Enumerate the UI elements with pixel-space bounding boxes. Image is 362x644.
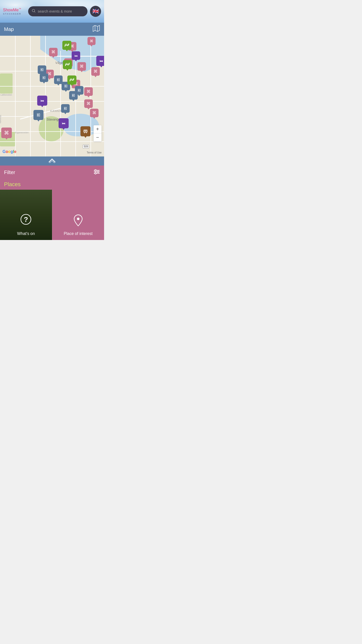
map-pin-event[interactable] xyxy=(62,41,71,50)
svg-point-47 xyxy=(84,133,85,133)
svg-point-54 xyxy=(95,170,96,171)
map-header-bar: Map xyxy=(0,23,104,36)
svg-point-48 xyxy=(86,133,87,133)
map-pin-hotel[interactable]: 🛏 xyxy=(37,96,47,106)
places-header: Places xyxy=(0,179,104,190)
place-of-interest-icon xyxy=(73,214,83,230)
google-logo: Google xyxy=(3,149,16,154)
logo-show: Show xyxy=(3,8,13,12)
map-pin-restaurant[interactable] xyxy=(38,65,46,74)
road-number-badge: 509 xyxy=(83,145,89,148)
map-label-kannik: KANNIK xyxy=(50,109,62,112)
logo-me: Me xyxy=(13,8,19,12)
bottom-tab-cards: ? What's on Place of interest xyxy=(0,190,104,240)
places-title: Places xyxy=(4,181,21,187)
filter-bar[interactable]: Filter xyxy=(0,166,104,179)
map-expand-icon[interactable] xyxy=(93,25,100,33)
map-road xyxy=(0,86,104,87)
map-road xyxy=(0,116,29,117)
svg-rect-46 xyxy=(86,130,87,131)
svg-line-1 xyxy=(34,12,35,13)
chevron-up-icon xyxy=(48,158,56,164)
map-pin-attraction[interactable]: ⌘ xyxy=(84,99,93,108)
map-section-title: Map xyxy=(4,26,14,32)
svg-point-55 xyxy=(97,171,99,173)
map-pin-attraction[interactable]: ⌘ xyxy=(87,37,96,45)
flag-icon: 🇬🇧 xyxy=(92,8,99,15)
place-of-interest-card[interactable]: Place of interest xyxy=(52,190,104,240)
map-road xyxy=(75,56,76,156)
language-button[interactable]: 🇬🇧 xyxy=(90,6,101,17)
zoom-controls: + − xyxy=(94,125,102,141)
zoom-in-button[interactable]: + xyxy=(94,125,102,133)
filter-settings-icon[interactable] xyxy=(94,169,100,176)
svg-text:?: ? xyxy=(24,216,28,223)
search-placeholder: search events & more xyxy=(38,9,72,13)
svg-point-56 xyxy=(95,173,96,174)
map-pin-attraction[interactable]: ⌘ xyxy=(84,87,93,96)
map-road xyxy=(15,36,16,156)
whats-on-card[interactable]: ? What's on xyxy=(0,190,52,240)
map-pin-restaurant[interactable] xyxy=(33,110,43,120)
logo-city: STAVANGER xyxy=(3,13,21,15)
filter-title: Filter xyxy=(4,170,15,175)
place-of-interest-label: Place of interest xyxy=(64,231,93,236)
whats-on-icon: ? xyxy=(20,214,31,230)
collapse-map-button[interactable] xyxy=(0,156,104,166)
map-pin-attraction[interactable]: ⌘ xyxy=(1,128,12,138)
whats-on-label: What's on xyxy=(17,231,35,236)
map-pin-attraction[interactable]: ⌘ xyxy=(91,67,100,76)
map-pin-restaurant[interactable] xyxy=(54,75,63,84)
map-road xyxy=(0,141,104,142)
map-pin-transit[interactable] xyxy=(80,126,90,136)
map-pin-hotel[interactable]: 🛏 xyxy=(72,51,80,60)
map-road xyxy=(30,36,31,156)
places-section: Places ? What's on Place of interest xyxy=(0,179,104,240)
map-pin-restaurant[interactable] xyxy=(61,104,70,113)
map-view[interactable]: Vågen Stavanger KANNIK Murgata Løkkeveie… xyxy=(0,36,104,156)
map-road-name: Eiganesveien xyxy=(15,131,29,134)
map-park-1 xyxy=(0,73,13,94)
map-road xyxy=(60,51,61,156)
zoom-out-button[interactable]: − xyxy=(94,133,102,141)
map-pin-attraction[interactable]: ⌘ xyxy=(90,109,99,117)
map-pin-restaurant[interactable] xyxy=(75,86,83,95)
search-icon xyxy=(32,9,36,14)
map-terms-link[interactable]: Terms of Use xyxy=(87,151,102,154)
app-header: ShowMe™ STAVANGER search events & more 🇬… xyxy=(0,0,104,23)
svg-point-59 xyxy=(77,218,79,220)
search-bar[interactable]: search events & more xyxy=(28,6,87,16)
map-pin-event[interactable] xyxy=(67,75,76,85)
map-pin-attraction[interactable]: ⌘ xyxy=(77,62,86,71)
logo-text: ShowMe™ xyxy=(3,8,21,12)
map-pin-hotel[interactable]: 🛏 xyxy=(59,118,69,128)
map-road-name: Løkkeveien xyxy=(1,94,12,96)
map-pin-attraction[interactable]: ⌘ xyxy=(49,48,58,56)
map-road-name: Murgata xyxy=(0,115,2,123)
map-pin-event[interactable] xyxy=(63,60,72,69)
svg-rect-45 xyxy=(84,130,85,131)
map-pin-hotel[interactable]: 🛏 xyxy=(96,56,104,66)
logo: ShowMe™ STAVANGER xyxy=(3,8,26,15)
logo-tm: ™ xyxy=(19,8,21,10)
